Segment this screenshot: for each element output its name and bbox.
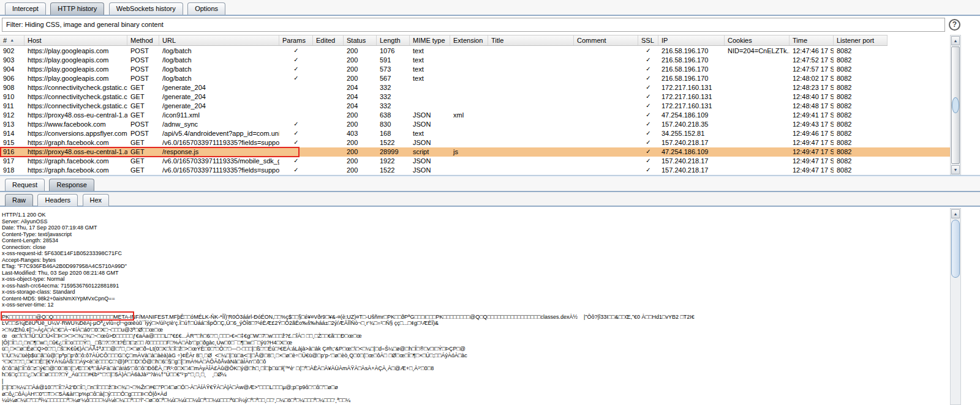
table-cell [410,102,450,111]
response-header-lines: HTTP/1.1 200 OKServer: AliyunOSSDate: Th… [0,208,950,308]
table-row[interactable]: 906https://play.googleapis.comPOST/log/b… [0,74,950,83]
scroll-down-icon[interactable]: ▼ [951,165,960,174]
column-header[interactable]: Status [344,35,377,45]
column-header[interactable]: Params [279,35,313,45]
table-cell: 172.217.160.131 [658,102,725,111]
table-cell [313,56,344,65]
table-cell: https://play.googleapis.com [24,65,127,74]
column-header[interactable]: IP [658,35,725,45]
table-cell: 8082 [834,46,888,56]
tab-http-history[interactable]: HTTP history [50,2,104,15]
table-cell [574,83,638,92]
tab-hex[interactable]: Hex [83,194,110,206]
table-cell: /log/batch [159,65,279,74]
table-cell [725,102,790,111]
table-cell: GET [127,166,159,175]
table-row[interactable]: 911https://connectivitycheck.gstatic.c..… [0,102,950,111]
sort-asc-icon: ▲ [10,38,14,42]
table-row[interactable]: 904https://play.googleapis.comPOST/log/b… [0,65,950,74]
history-table-body: 902https://play.googleapis.comPOST/log/b… [0,46,950,175]
table-cell: 47.254.186.109 [658,147,725,157]
table-cell: GET [127,83,159,92]
scroll-up-icon[interactable]: ▲ [951,36,960,45]
response-raw-view[interactable]: HTTP/1.1 200 OKServer: AliyunOSSDate: Th… [0,208,950,405]
table-cell [450,102,488,111]
table-cell: JSON [410,138,450,147]
table-cell: 567 [377,74,410,83]
column-header[interactable]: Length [377,35,410,45]
column-header[interactable]: URL [159,35,279,45]
response-header-line: x-oss-server-time: 12 [0,302,950,308]
column-header[interactable]: Edited [313,35,344,45]
check-icon: ✓ [279,138,313,147]
response-header-line: Content-MD5: 98k2+0aisNmXIYpMVxCpnQ== [0,295,950,302]
response-body-line: ĿV□□Š¾jĒēÙªÙē_Ù¼V·RWÙ¾ĐēÁj·µÔª¿víù=çŀ¬gœ… [0,320,950,327]
table-cell: 830 [377,120,410,129]
scroll-up-icon[interactable]: ▲ [951,209,960,218]
column-header[interactable]: Title [488,35,574,45]
response-body-line: ¼ù¼ø□¼ï□”□□ªí¼□□□□□□ª□¼ø‘¼ô□□□□¼í¼è□¼□□ª… [0,397,950,404]
table-cell [574,56,638,65]
tab-response[interactable]: Response [49,179,94,191]
tab-options[interactable]: Options [187,2,225,15]
table-cell: 216.58.196.170 [658,65,725,74]
table-row[interactable]: 912https://proxy48.oss-eu-central-1.a...… [0,111,950,120]
table-cell: 200 [344,120,377,129]
tab-raw[interactable]: Raw [5,194,33,206]
column-header[interactable]: MIME type [410,35,450,45]
table-cell: 200 [344,157,377,166]
table-row[interactable]: 913https://www.facebook.comPOST/adnw_syn… [0,120,950,129]
table-row[interactable]: 908https://connectivitycheck.gstatic.c..… [0,83,950,92]
response-scrollbar[interactable]: ▲ [950,208,961,405]
column-header[interactable]: Extension [450,35,488,45]
table-cell: 216.58.196.170 [658,56,725,65]
table-row[interactable]: 910https://connectivitycheck.gstatic.c..… [0,92,950,102]
table-cell: 913 [0,120,24,129]
table-row[interactable]: 916https://proxy48.oss-eu-central-1.a...… [0,147,950,157]
table-row[interactable]: 918https://graph.facebook.comGET/v6.0/16… [0,166,950,175]
table-cell: https://conversions.appsflyer.com [24,129,127,138]
table-cell [725,129,790,138]
tab-headers[interactable]: Headers [37,194,78,206]
column-header[interactable]: Listener port [834,35,888,45]
help-icon[interactable]: ? [949,19,960,31]
column-header[interactable]: Comment [574,35,638,45]
table-cell [279,111,313,120]
column-header[interactable]: Time [790,35,834,45]
table-cell: 47.254.186.109 [658,111,725,120]
table-cell: 12:49:41 17 S... [790,111,834,120]
scrollbar-thumb[interactable] [951,220,960,278]
table-cell: 200 [344,65,377,74]
table-cell [450,74,488,83]
table-cell: 8082 [834,56,888,65]
tab-websockets-history[interactable]: WebSockets history [109,2,183,15]
table-cell [574,74,638,83]
scrollbar-thumb[interactable] [951,46,960,164]
tab-intercept[interactable]: Intercept [5,2,46,15]
table-row[interactable]: 903https://play.googleapis.comPOST/log/b… [0,56,950,65]
check-icon: ✓ [638,138,658,147]
column-header[interactable]: Host [24,35,127,45]
table-cell [450,92,488,102]
table-row[interactable]: 915https://graph.facebook.comGET/v6.0/16… [0,138,950,147]
table-row[interactable]: 917https://graph.facebook.comGET/v6.0/16… [0,157,950,166]
table-cell [279,92,313,102]
table-cell: 172.217.160.131 [658,83,725,92]
table-cell [450,83,488,92]
table-cell: POST [127,74,159,83]
history-table-scrollbar[interactable]: ▲ ▼ [950,35,961,176]
table-row[interactable]: 914https://conversions.appsflyer.comPOST… [0,129,950,138]
column-header[interactable]: #▲ [0,35,24,45]
check-icon: ✓ [638,120,658,129]
tab-request[interactable]: Request [5,179,45,191]
column-header[interactable]: Method [127,35,159,45]
check-icon: ✓ [279,65,313,74]
filter-bar[interactable]: Filter: Hiding CSS, image and general bi… [2,18,945,32]
table-row[interactable]: 902https://play.googleapis.comPOST/log/b… [0,46,950,56]
table-cell [488,56,574,65]
column-header[interactable]: SSL [638,35,658,45]
table-cell: /api/v5.4/androidevent?app_id=com.uni... [159,129,279,138]
table-cell: script [410,147,450,157]
table-cell [574,120,638,129]
column-header[interactable]: Cookies [725,35,790,45]
